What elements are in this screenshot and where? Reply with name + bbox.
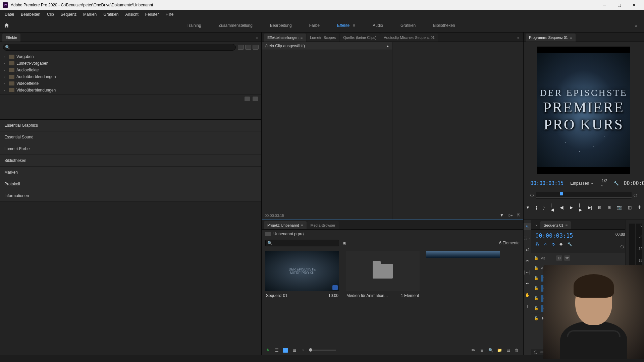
marker-button[interactable]: ⬘ (552, 242, 555, 246)
fx-badge-accelerated[interactable] (238, 45, 244, 50)
tab-sequenz[interactable]: Sequenz 01≡ (540, 221, 571, 229)
menu-clip[interactable]: Clip (44, 11, 57, 18)
step-forward-button[interactable]: |▶ (579, 204, 582, 210)
timeline-timecode[interactable]: 00:00:03:15 (535, 232, 621, 239)
zoom-handle-right[interactable] (634, 194, 637, 197)
comparison-button[interactable]: ◫ (628, 204, 632, 210)
menu-hilfe[interactable]: Hilfe (162, 11, 177, 18)
menu-bearbeiten[interactable]: Bearbeiten (17, 11, 44, 18)
export-icon[interactable]: ⇱ (517, 213, 520, 218)
fx-folder-videoblend[interactable]: ›Videoüberblendungen (3, 87, 259, 94)
sort-icon[interactable]: ○ (300, 348, 306, 353)
zoom-handle-left[interactable] (530, 194, 534, 197)
panel-menu-icon[interactable]: ≡ (566, 223, 568, 227)
track-visibility[interactable]: 👁 (564, 255, 570, 261)
button-editor[interactable]: + (638, 203, 642, 211)
track-select-tool[interactable]: ⬚→ (524, 234, 531, 242)
program-viewer[interactable]: DER EPISCHSTE PREMIERE PRO KURS (537, 47, 630, 174)
fx-folder-videoeffekte[interactable]: ›Videoeffekte (3, 80, 259, 87)
pen-tool[interactable]: ✒ (524, 280, 531, 287)
fx-badge-yuv[interactable] (253, 45, 259, 50)
play-button[interactable]: ▶ (570, 204, 573, 211)
bin-item-partial[interactable] (426, 251, 500, 300)
bin-item-folder[interactable]: Medien für Animation... 1 Element (346, 251, 420, 300)
tab-lumetri-scopes[interactable]: Lumetri-Scopes (307, 34, 339, 42)
menu-grafiken[interactable]: Grafiken (100, 11, 122, 18)
hzoom-handle[interactable] (534, 351, 537, 354)
workspace-overflow[interactable]: » (628, 20, 644, 31)
bin-thumbnail[interactable] (426, 251, 500, 258)
find-button[interactable]: 🔍 (488, 348, 493, 353)
panel-overflow[interactable]: » (516, 34, 521, 42)
expand-icon[interactable]: ▸ (387, 44, 389, 48)
ripple-tool[interactable]: ⇄ (524, 246, 531, 253)
delete-button[interactable] (253, 97, 258, 101)
bin-item-sequenz[interactable]: DER EPISCHSTE MIERE PRO KU Sequenz 01 10… (265, 251, 339, 300)
panel-lumetri-farbe[interactable]: Lumetri-Farbe (0, 143, 261, 155)
bin-thumbnail[interactable] (346, 251, 420, 291)
fx-folder-lumetri[interactable]: ›Lumetri-Vorgaben (3, 60, 259, 67)
panel-protokoll[interactable]: Protokoll (0, 178, 261, 190)
lock-icon[interactable]: 🔓 (534, 286, 539, 290)
go-to-out-button[interactable]: ▶| (588, 204, 592, 210)
mini-playhead[interactable] (560, 192, 563, 195)
freeform-view-button[interactable]: ▦ (291, 348, 297, 353)
extract-button[interactable]: ⊞ (607, 204, 611, 210)
workspace-grafiken[interactable]: Grafiken (398, 20, 418, 31)
track-v3-header[interactable]: 🔓 V3 ⊟ 👁 (531, 253, 625, 263)
panel-menu-icon[interactable]: ≡ (301, 36, 303, 40)
workspace-training[interactable]: Training (185, 20, 203, 31)
lock-icon[interactable]: 🔓 (534, 256, 539, 260)
minimize-button[interactable]: ─ (597, 0, 612, 10)
close-sequence[interactable]: × (533, 222, 540, 229)
lock-icon[interactable]: 🔓 (534, 296, 539, 300)
fx-folder-audioeffekte[interactable]: ›Audioeffekte (3, 67, 259, 73)
thumb-size-slider[interactable] (309, 350, 336, 351)
new-bin-button[interactable]: 📁 (497, 348, 502, 353)
effects-search-input[interactable] (3, 44, 236, 51)
workspace-menu-icon[interactable]: ≡ (353, 23, 355, 28)
panel-menu-icon[interactable]: ≡ (254, 34, 259, 42)
menu-sequenz[interactable]: Sequenz (57, 11, 80, 18)
workspace-farbe[interactable]: Farbe (307, 20, 322, 31)
home-button[interactable] (0, 19, 13, 32)
workspace-audio[interactable]: Audio (371, 20, 385, 31)
project-search-input[interactable] (265, 240, 339, 246)
panel-essential-graphics[interactable]: Essential Graphics (0, 120, 261, 131)
slip-tool[interactable]: |↔| (524, 268, 531, 276)
new-item-button[interactable]: ▤ (505, 348, 511, 353)
workspace-effekte[interactable]: Effekte≡ (335, 20, 357, 31)
selection-tool[interactable]: ↖ (524, 223, 531, 230)
insert-button[interactable]: ◆ (559, 242, 562, 246)
workspace-bearbeitung[interactable]: Bearbeitung (268, 20, 294, 31)
panel-essential-sound[interactable]: Essential Sound (0, 131, 261, 143)
new-bin-button[interactable] (245, 97, 250, 101)
lock-icon[interactable]: 🔓 (534, 316, 539, 320)
program-mini-timeline[interactable] (536, 192, 632, 199)
panel-informationen[interactable]: Informationen (0, 190, 261, 202)
lift-button[interactable]: ⊟ (598, 204, 601, 210)
zoom-fit-select[interactable]: Einpassen › (568, 180, 595, 186)
program-timecode-current[interactable]: 00:00:03:15 (530, 180, 564, 186)
sync-lock[interactable]: ⊟ (556, 255, 562, 261)
workspace-zusammenstellung[interactable]: Zusammenstellung (217, 20, 255, 31)
sort-menu[interactable]: ≡ ▾ (471, 348, 476, 353)
lock-icon[interactable]: 🔓 (534, 266, 539, 270)
razor-tool[interactable]: ✂ (524, 257, 531, 264)
panel-marken[interactable]: Marken (0, 167, 261, 178)
mark-in-button[interactable]: { (536, 204, 537, 210)
bin-thumbnail[interactable]: DER EPISCHSTE MIERE PRO KU (265, 251, 339, 291)
tab-programm[interactable]: Programm: Sequenz 01≡ (526, 34, 576, 42)
menu-ansicht[interactable]: Ansicht (122, 11, 142, 18)
trash-button[interactable]: 🗑 (514, 348, 520, 353)
write-mode-icon[interactable]: ✎ (265, 348, 271, 353)
fx-badge-32bit[interactable] (245, 45, 251, 50)
workspace-bibliotheken[interactable]: Bibliotheken (431, 20, 457, 31)
filter-bin-icon[interactable]: ▣ (342, 241, 346, 245)
go-to-in-button[interactable]: |◀ (551, 204, 554, 210)
panel-menu-icon[interactable]: ≡ (570, 36, 572, 40)
tab-projekt[interactable]: Projekt: Unbenannt≡ (264, 221, 307, 229)
fx-folder-vorgaben[interactable]: ›Vorgaben (3, 53, 259, 60)
export-frame-button[interactable]: 📷 (617, 204, 622, 210)
tab-audioclip-mischer[interactable]: Audioclip-Mischer: Sequenz 01 (380, 34, 438, 42)
